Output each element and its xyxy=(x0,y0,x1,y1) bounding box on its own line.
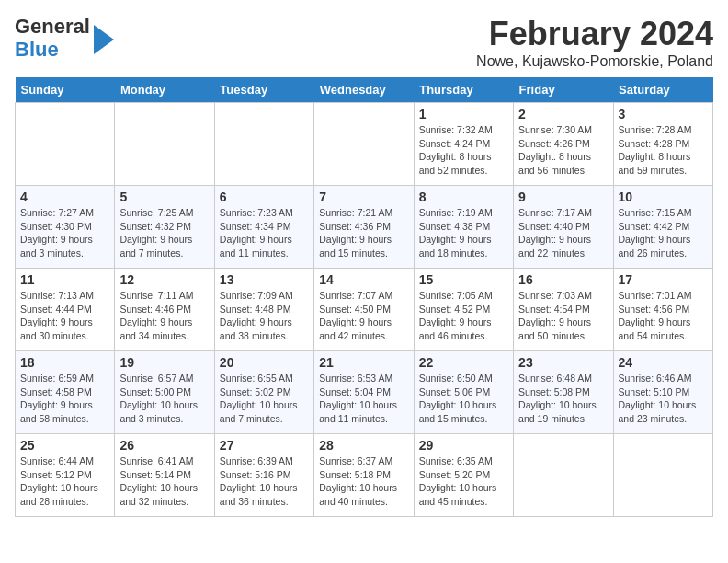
day-number: 27 xyxy=(220,438,309,453)
day-info: Sunrise: 7:07 AM Sunset: 4:50 PM Dayligh… xyxy=(319,289,408,343)
day-info: Sunrise: 6:55 AM Sunset: 5:02 PM Dayligh… xyxy=(220,372,309,426)
title-block: February 2024 Nowe, Kujawsko-Pomorskie, … xyxy=(476,15,713,70)
calendar-cell: 1Sunrise: 7:32 AM Sunset: 4:24 PM Daylig… xyxy=(414,103,513,186)
calendar-cell: 7Sunrise: 7:21 AM Sunset: 4:36 PM Daylig… xyxy=(314,186,414,269)
day-info: Sunrise: 7:27 AM Sunset: 4:30 PM Dayligh… xyxy=(20,206,109,260)
calendar-cell xyxy=(514,434,613,517)
day-number: 7 xyxy=(319,190,408,204)
calendar-cell: 23Sunrise: 6:48 AM Sunset: 5:08 PM Dayli… xyxy=(514,351,613,434)
calendar-cell: 20Sunrise: 6:55 AM Sunset: 5:02 PM Dayli… xyxy=(214,351,313,434)
calendar-cell xyxy=(613,434,712,517)
calendar-cell: 4Sunrise: 7:27 AM Sunset: 4:30 PM Daylig… xyxy=(16,186,115,269)
calendar-cell: 26Sunrise: 6:41 AM Sunset: 5:14 PM Dayli… xyxy=(115,434,214,517)
day-info: Sunrise: 7:01 AM Sunset: 4:56 PM Dayligh… xyxy=(619,289,708,343)
calendar-cell: 22Sunrise: 6:50 AM Sunset: 5:06 PM Dayli… xyxy=(414,351,513,434)
day-info: Sunrise: 7:17 AM Sunset: 4:40 PM Dayligh… xyxy=(518,206,608,260)
calendar-week-5: 25Sunrise: 6:44 AM Sunset: 5:12 PM Dayli… xyxy=(16,434,713,517)
header-saturday: Saturday xyxy=(613,77,712,103)
day-info: Sunrise: 7:30 AM Sunset: 4:26 PM Dayligh… xyxy=(518,123,608,178)
calendar-cell: 11Sunrise: 7:13 AM Sunset: 4:44 PM Dayli… xyxy=(16,269,115,351)
calendar-cell: 29Sunrise: 6:35 AM Sunset: 5:20 PM Dayli… xyxy=(414,434,513,517)
calendar-cell: 3Sunrise: 7:28 AM Sunset: 4:28 PM Daylig… xyxy=(613,103,712,186)
day-info: Sunrise: 7:19 AM Sunset: 4:38 PM Dayligh… xyxy=(419,206,508,260)
day-number: 9 xyxy=(518,190,608,204)
day-info: Sunrise: 7:11 AM Sunset: 4:46 PM Dayligh… xyxy=(119,289,209,343)
day-number: 22 xyxy=(419,355,508,370)
day-info: Sunrise: 7:32 AM Sunset: 4:24 PM Dayligh… xyxy=(419,123,508,178)
day-number: 25 xyxy=(20,438,109,453)
day-info: Sunrise: 7:25 AM Sunset: 4:32 PM Dayligh… xyxy=(119,206,209,260)
day-info: Sunrise: 6:46 AM Sunset: 5:10 PM Dayligh… xyxy=(619,372,708,426)
calendar-cell: 15Sunrise: 7:05 AM Sunset: 4:52 PM Dayli… xyxy=(414,269,513,351)
header-monday: Monday xyxy=(115,77,214,103)
calendar-cell: 24Sunrise: 6:46 AM Sunset: 5:10 PM Dayli… xyxy=(613,351,712,434)
calendar-week-2: 4Sunrise: 7:27 AM Sunset: 4:30 PM Daylig… xyxy=(16,186,713,269)
day-info: Sunrise: 6:44 AM Sunset: 5:12 PM Dayligh… xyxy=(20,454,109,509)
day-number: 13 xyxy=(220,272,309,287)
calendar-week-3: 11Sunrise: 7:13 AM Sunset: 4:44 PM Dayli… xyxy=(16,269,713,351)
day-info: Sunrise: 7:23 AM Sunset: 4:34 PM Dayligh… xyxy=(220,206,309,260)
calendar-cell xyxy=(314,103,414,186)
calendar-cell xyxy=(214,103,313,186)
day-number: 14 xyxy=(319,272,408,287)
calendar-header-row: SundayMondayTuesdayWednesdayThursdayFrid… xyxy=(16,77,713,103)
header-wednesday: Wednesday xyxy=(314,77,414,103)
day-number: 26 xyxy=(119,438,209,453)
header-thursday: Thursday xyxy=(414,77,513,103)
calendar-cell: 25Sunrise: 6:44 AM Sunset: 5:12 PM Dayli… xyxy=(16,434,115,517)
day-info: Sunrise: 6:35 AM Sunset: 5:20 PM Dayligh… xyxy=(419,454,508,509)
day-number: 5 xyxy=(119,190,209,204)
day-info: Sunrise: 6:41 AM Sunset: 5:14 PM Dayligh… xyxy=(119,454,209,509)
calendar-cell: 19Sunrise: 6:57 AM Sunset: 5:00 PM Dayli… xyxy=(115,351,214,434)
calendar-cell: 2Sunrise: 7:30 AM Sunset: 4:26 PM Daylig… xyxy=(514,103,613,186)
month-year-title: February 2024 xyxy=(476,15,713,53)
calendar-cell: 28Sunrise: 6:37 AM Sunset: 5:18 PM Dayli… xyxy=(314,434,414,517)
header-friday: Friday xyxy=(514,77,613,103)
day-number: 21 xyxy=(319,355,408,370)
logo-arrow-icon xyxy=(94,25,114,54)
logo-blue: Blue xyxy=(15,38,59,61)
day-number: 1 xyxy=(419,107,508,121)
day-info: Sunrise: 6:48 AM Sunset: 5:08 PM Dayligh… xyxy=(518,372,608,426)
day-info: Sunrise: 7:03 AM Sunset: 4:54 PM Dayligh… xyxy=(518,289,608,343)
day-info: Sunrise: 7:15 AM Sunset: 4:42 PM Dayligh… xyxy=(619,206,708,260)
calendar-cell xyxy=(115,103,214,186)
day-info: Sunrise: 7:28 AM Sunset: 4:28 PM Dayligh… xyxy=(619,123,708,178)
day-number: 3 xyxy=(619,107,708,121)
calendar-cell: 17Sunrise: 7:01 AM Sunset: 4:56 PM Dayli… xyxy=(613,269,712,351)
day-number: 18 xyxy=(20,355,109,370)
calendar-cell: 14Sunrise: 7:07 AM Sunset: 4:50 PM Dayli… xyxy=(314,269,414,351)
logo-general: General xyxy=(15,15,90,38)
logo: General Blue xyxy=(15,15,114,62)
calendar-cell: 18Sunrise: 6:59 AM Sunset: 4:58 PM Dayli… xyxy=(16,351,115,434)
day-info: Sunrise: 7:09 AM Sunset: 4:48 PM Dayligh… xyxy=(220,289,309,343)
location-subtitle: Nowe, Kujawsko-Pomorskie, Poland xyxy=(476,53,713,70)
day-number: 28 xyxy=(319,438,408,453)
day-number: 17 xyxy=(619,272,708,287)
day-number: 11 xyxy=(20,272,109,287)
day-number: 10 xyxy=(619,190,708,204)
calendar-cell xyxy=(16,103,115,186)
day-info: Sunrise: 6:53 AM Sunset: 5:04 PM Dayligh… xyxy=(319,372,408,426)
day-info: Sunrise: 6:50 AM Sunset: 5:06 PM Dayligh… xyxy=(419,372,508,426)
day-info: Sunrise: 7:21 AM Sunset: 4:36 PM Dayligh… xyxy=(319,206,408,260)
day-number: 12 xyxy=(119,272,209,287)
day-number: 19 xyxy=(119,355,209,370)
calendar-cell: 21Sunrise: 6:53 AM Sunset: 5:04 PM Dayli… xyxy=(314,351,414,434)
calendar-week-4: 18Sunrise: 6:59 AM Sunset: 4:58 PM Dayli… xyxy=(16,351,713,434)
calendar-cell: 12Sunrise: 7:11 AM Sunset: 4:46 PM Dayli… xyxy=(115,269,214,351)
day-number: 15 xyxy=(419,272,508,287)
calendar-cell: 6Sunrise: 7:23 AM Sunset: 4:34 PM Daylig… xyxy=(214,186,313,269)
day-number: 29 xyxy=(419,438,508,453)
day-info: Sunrise: 6:59 AM Sunset: 4:58 PM Dayligh… xyxy=(20,372,109,426)
day-number: 8 xyxy=(419,190,508,204)
calendar-cell: 13Sunrise: 7:09 AM Sunset: 4:48 PM Dayli… xyxy=(214,269,313,351)
calendar-cell: 8Sunrise: 7:19 AM Sunset: 4:38 PM Daylig… xyxy=(414,186,513,269)
calendar-week-1: 1Sunrise: 7:32 AM Sunset: 4:24 PM Daylig… xyxy=(16,103,713,186)
calendar-table: SundayMondayTuesdayWednesdayThursdayFrid… xyxy=(15,77,713,517)
day-info: Sunrise: 6:37 AM Sunset: 5:18 PM Dayligh… xyxy=(319,454,408,509)
day-info: Sunrise: 6:57 AM Sunset: 5:00 PM Dayligh… xyxy=(119,372,209,426)
day-number: 4 xyxy=(20,190,109,204)
day-number: 24 xyxy=(619,355,708,370)
day-info: Sunrise: 7:05 AM Sunset: 4:52 PM Dayligh… xyxy=(419,289,508,343)
